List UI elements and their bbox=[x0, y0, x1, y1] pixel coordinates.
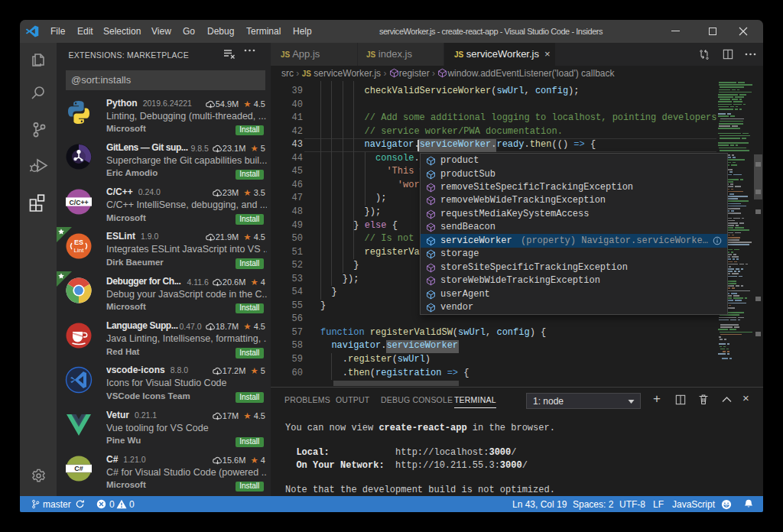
svg-text:ES: ES bbox=[74, 238, 83, 245]
svg-text:C#: C# bbox=[74, 466, 83, 473]
svg-text:Lint: Lint bbox=[74, 246, 85, 253]
svg-text:C/C++: C/C++ bbox=[70, 198, 89, 206]
